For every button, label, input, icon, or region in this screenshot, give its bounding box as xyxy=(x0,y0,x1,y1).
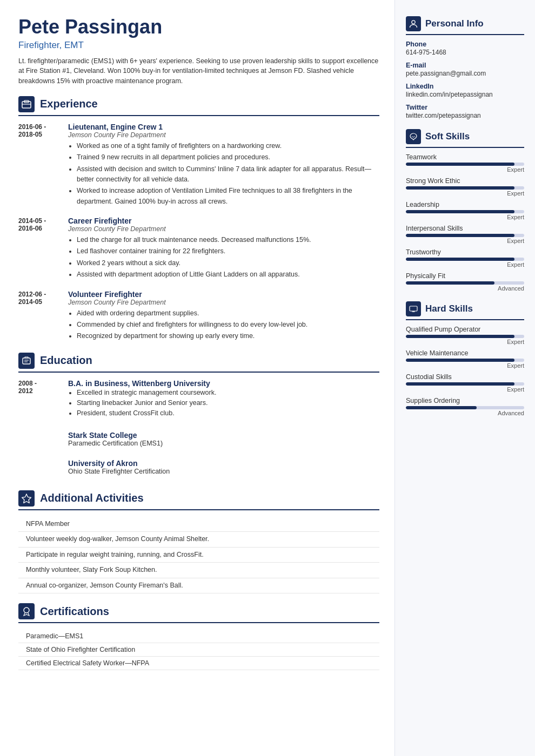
svg-rect-3 xyxy=(23,358,30,364)
soft-skill-bar-fill xyxy=(406,186,514,190)
exp-bullet: Assisted with department adoption of Lit… xyxy=(77,269,379,280)
hard-skill-row: Supplies OrderingAdvanced xyxy=(406,397,524,416)
soft-skills-title: Soft Skills xyxy=(425,131,470,142)
education-section: Education 2008 - 2012B.A. in Business, W… xyxy=(18,353,379,481)
soft-skill-bar-fill xyxy=(406,281,494,285)
education-list: 2008 - 2012B.A. in Business, Wittenberg … xyxy=(18,379,379,481)
email-value: pete.passignan@gmail.com xyxy=(406,70,524,77)
education-title: Education xyxy=(40,354,92,367)
exp-bullet: Assisted with decision and switch to Cum… xyxy=(77,164,379,185)
soft-skill-bar-bg xyxy=(406,163,524,166)
svg-point-7 xyxy=(24,608,29,613)
hard-skill-level: Advanced xyxy=(406,410,524,416)
education-entry: Stark State CollegeParamedic Certificati… xyxy=(18,431,379,453)
education-icon xyxy=(18,353,35,369)
exp-content: Career FirefighterJemson County Fire Dep… xyxy=(68,217,379,281)
experience-list: 2016-06 - 2018-05Lieutenant, Engine Crew… xyxy=(18,123,379,343)
edu-title: Stark State College xyxy=(68,431,379,440)
phone-value: 614-975-1468 xyxy=(406,49,524,56)
hard-skill-bar-fill xyxy=(406,382,514,386)
soft-skill-level: Expert xyxy=(406,261,524,268)
hard-skill-level: Expert xyxy=(406,339,524,345)
resume-page: Pete Passingan Firefighter, EMT Lt. fire… xyxy=(0,0,535,756)
exp-dates: 2014-05 - 2016-06 xyxy=(18,217,61,281)
experience-icon xyxy=(18,96,35,112)
personal-info-title: Personal Info xyxy=(425,18,484,29)
soft-skill-name: Trustworthy xyxy=(406,248,524,256)
edu-dates: 2008 - 2012 xyxy=(18,379,61,424)
hard-skills-header: Hard Skills xyxy=(406,301,524,320)
hard-skill-bar-fill xyxy=(406,406,477,409)
soft-skill-name: Strong Work Ethic xyxy=(406,177,524,185)
exp-dates: 2016-06 - 2018-05 xyxy=(18,123,61,208)
activity-item: Volunteer weekly dog-walker, Jemson Coun… xyxy=(18,532,379,548)
soft-skill-row: Interpersonal SkillsExpert xyxy=(406,225,524,244)
hard-skill-name: Custodial Skills xyxy=(406,373,524,381)
soft-skills-section: Soft Skills TeamworkExpertStrong Work Et… xyxy=(406,129,524,292)
hard-skill-bar-bg xyxy=(406,406,524,409)
edu-dates xyxy=(18,459,61,481)
edu-content: Stark State CollegeParamedic Certificati… xyxy=(68,431,379,447)
hard-skill-level: Expert xyxy=(406,362,524,369)
hard-skill-name: Vehicle Maintenance xyxy=(406,349,524,357)
hard-skill-level: Expert xyxy=(406,386,524,393)
hard-skills-icon xyxy=(406,301,421,316)
edu-bullets: Excelled in strategic management coursew… xyxy=(68,388,379,419)
twitter-value: twitter.com/petepassignan xyxy=(406,112,524,119)
edu-bullet: Starting linebacker Junior and Senior ye… xyxy=(77,398,379,408)
cert-item: State of Ohio Firefighter Certification xyxy=(18,643,379,657)
svg-rect-9 xyxy=(410,306,417,311)
hard-skill-row: Vehicle MaintenanceExpert xyxy=(406,349,524,369)
svg-point-8 xyxy=(412,21,415,24)
edu-content: University of AkronOhio State Firefighte… xyxy=(68,459,379,475)
hard-skills-list: Qualified Pump OperatorExpertVehicle Mai… xyxy=(406,326,524,416)
exp-bullet: Led flashover container training for 22 … xyxy=(77,246,379,256)
experience-entry: 2016-06 - 2018-05Lieutenant, Engine Crew… xyxy=(18,123,379,208)
soft-skill-level: Expert xyxy=(406,190,524,197)
right-column: Personal Info Phone 614-975-1468 E-mail … xyxy=(394,0,535,756)
candidate-summary: Lt. firefighter/paramedic (EMS1) with 6+… xyxy=(18,56,379,86)
soft-skill-name: Interpersonal Skills xyxy=(406,225,524,232)
hard-skill-row: Qualified Pump OperatorExpert xyxy=(406,326,524,345)
exp-bullet: Trained 9 new recruits in all department… xyxy=(77,152,379,163)
activity-item: Annual co-organizer, Jemson County Firem… xyxy=(18,578,379,594)
cert-item: Paramedic—EMS1 xyxy=(18,630,379,643)
exp-company: Jemson County Fire Department xyxy=(68,299,379,306)
exp-bullet: Recognized by department for showing up … xyxy=(77,331,379,341)
activities-list: NFPA MemberVolunteer weekly dog-walker, … xyxy=(18,517,379,594)
hard-skill-name: Supplies Ordering xyxy=(406,397,524,404)
edu-title: University of Akron xyxy=(68,459,379,468)
soft-skills-icon xyxy=(406,129,421,144)
exp-title: Career Firefighter xyxy=(68,217,379,225)
exp-bullet: Worked to increase adoption of Ventilati… xyxy=(77,186,379,207)
edu-sub: Ohio State Firefighter Certification xyxy=(68,468,379,475)
linkedin-value: linkedin.com/in/petepassignan xyxy=(406,91,524,98)
soft-skill-level: Expert xyxy=(406,214,524,220)
soft-skill-level: Advanced xyxy=(406,285,524,292)
experience-section: Experience 2016-06 - 2018-05Lieutenant, … xyxy=(18,96,379,343)
soft-skill-bar-bg xyxy=(406,258,524,261)
cert-item: Certified Electrical Safety Worker—NFPA xyxy=(18,657,379,670)
education-entry: University of AkronOhio State Firefighte… xyxy=(18,459,379,481)
certifications-title: Certifications xyxy=(40,605,109,618)
exp-bullets: Led the charge for all truck maintenance… xyxy=(68,235,379,280)
experience-section-header: Experience xyxy=(18,96,379,116)
experience-entry: 2014-05 - 2016-06Career FirefighterJemso… xyxy=(18,217,379,281)
certifications-section: Certifications Paramedic—EMS1State of Oh… xyxy=(18,603,379,670)
candidate-name: Pete Passingan xyxy=(18,16,379,38)
edu-sub: Paramedic Certification (EMS1) xyxy=(68,440,379,447)
experience-title: Experience xyxy=(40,98,98,110)
candidate-title: Firefighter, EMT xyxy=(18,40,379,51)
soft-skill-level: Expert xyxy=(406,238,524,244)
hard-skill-name: Qualified Pump Operator xyxy=(406,326,524,333)
activities-title: Additional Activities xyxy=(40,492,144,504)
hard-skills-section: Hard Skills Qualified Pump OperatorExper… xyxy=(406,301,524,416)
hard-skill-row: Custodial SkillsExpert xyxy=(406,373,524,393)
exp-title: Volunteer Firefighter xyxy=(68,290,379,299)
personal-info-header: Personal Info xyxy=(406,16,524,35)
soft-skill-name: Leadership xyxy=(406,201,524,208)
exp-bullet: Led the charge for all truck maintenance… xyxy=(77,235,379,245)
activities-section: Additional Activities NFPA MemberVolunte… xyxy=(18,490,379,594)
hard-skill-bar-fill xyxy=(406,335,514,338)
edu-content: B.A. in Business, Wittenberg UniversityE… xyxy=(68,379,379,419)
